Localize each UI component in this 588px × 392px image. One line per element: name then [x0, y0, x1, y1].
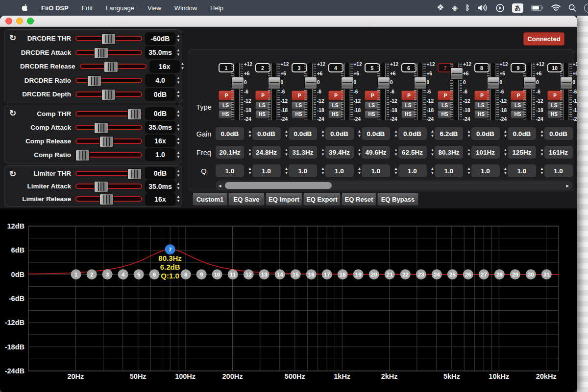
eq-point[interactable]: 6 — [149, 269, 160, 279]
fader-handle[interactable] — [231, 77, 244, 89]
filter-hs-button[interactable]: HS — [511, 110, 525, 118]
drcdre-release-stepper[interactable]: ▲▼ — [181, 62, 185, 70]
slider-handle[interactable] — [94, 47, 108, 59]
window-titlebar[interactable] — [0, 16, 577, 27]
band-10-freq-stepper[interactable]: ▲▼ — [576, 146, 578, 158]
band-6-gain-fader[interactable] — [414, 63, 426, 120]
filter-ls-button[interactable]: LS — [511, 101, 525, 110]
eq-point[interactable]: 16 — [306, 269, 317, 279]
filter-ls-button[interactable]: LS — [401, 101, 416, 110]
fader-handle[interactable] — [304, 77, 317, 89]
limiter-attack-stepper[interactable]: ▲▼ — [176, 182, 180, 190]
eq-point[interactable]: 26 — [463, 269, 473, 279]
slider-handle[interactable] — [127, 168, 142, 180]
band-3-gain-fader[interactable] — [304, 63, 316, 120]
eq-save-button[interactable]: EQ Save — [228, 193, 265, 206]
fader-handle[interactable] — [450, 68, 463, 80]
band-4-gain-fader[interactable] — [341, 63, 353, 120]
fader-handle[interactable] — [487, 77, 500, 89]
eq-point[interactable]: 27 — [479, 269, 489, 279]
eq-point-selected[interactable]: 7 — [165, 244, 175, 254]
eq-bands-scrollbar[interactable]: ◂ ▸ — [216, 181, 572, 190]
filter-ls-button[interactable]: LS — [438, 101, 452, 110]
comp-ratio-stepper[interactable]: ▲▼ — [176, 151, 180, 159]
eq-point[interactable]: 9 — [196, 269, 207, 279]
comp-ratio-slider[interactable] — [75, 150, 142, 160]
band-1-gain-value[interactable]: 0.0dB — [216, 127, 244, 140]
fader-handle[interactable] — [414, 77, 427, 89]
filter-hs-button[interactable]: HS — [219, 110, 233, 118]
fader-handle[interactable] — [341, 77, 354, 89]
slider-handle[interactable] — [94, 122, 108, 134]
comp-release-slider[interactable] — [75, 136, 142, 146]
band-6-q-value[interactable]: 1.0 — [398, 164, 427, 177]
scroll-left-icon[interactable]: ◂ — [219, 182, 221, 189]
zoom-button[interactable] — [27, 18, 34, 24]
filter-hs-button[interactable]: HS — [474, 110, 489, 118]
slider-handle[interactable] — [99, 194, 114, 205]
band-5-q-value[interactable]: 1.0 — [362, 164, 390, 177]
comp-release-stepper[interactable]: ▲▼ — [176, 137, 180, 145]
drcdre-thr-slider[interactable] — [75, 33, 142, 44]
eq-point[interactable]: 11 — [228, 269, 238, 279]
limiter-release-value[interactable]: 16x — [145, 193, 175, 206]
fader-handle[interactable] — [523, 77, 536, 89]
drcdre-release-value[interactable]: 16x — [149, 60, 180, 73]
limiter-release-stepper[interactable]: ▲▼ — [176, 195, 180, 203]
band-2-gain-value[interactable]: 0.0dB — [252, 127, 281, 140]
band-5-gain-value[interactable]: 0.0dB — [362, 127, 390, 140]
comp-attack-stepper[interactable]: ▲▼ — [176, 123, 180, 132]
drcdre-depth-value[interactable]: 0dB — [145, 88, 175, 101]
drcdre-ratio-stepper[interactable]: ▲▼ — [176, 76, 180, 85]
eq-point[interactable]: 12 — [244, 269, 254, 279]
eq-point[interactable]: 4 — [118, 269, 128, 279]
reset-icon[interactable]: ↻ — [9, 108, 16, 118]
comp-ratio-value[interactable]: 1.0 — [145, 148, 175, 161]
eq-import-button[interactable]: EQ Import — [266, 193, 302, 206]
band-8-gain-value[interactable]: 0.0dB — [471, 127, 500, 140]
minimize-button[interactable] — [16, 18, 23, 24]
connected-button[interactable]: Connected — [523, 32, 564, 46]
eq-response-chart[interactable]: 1234568910111213141516171819202122232425… — [0, 210, 577, 392]
filter-ls-button[interactable]: LS — [474, 101, 489, 110]
band-2-q-value[interactable]: 1.0 — [252, 164, 281, 177]
eq-point[interactable]: 29 — [510, 269, 520, 279]
menu-item-edit[interactable]: Edit — [82, 4, 93, 12]
wifi-icon[interactable] — [551, 4, 561, 11]
band-5-gain-fader[interactable] — [377, 63, 389, 120]
filter-ls-button[interactable]: LS — [219, 101, 233, 110]
eq-point[interactable]: 22 — [400, 269, 411, 279]
play-circle-icon[interactable] — [496, 4, 504, 12]
filter-ls-button[interactable]: LS — [547, 101, 562, 110]
band-9-gain-value[interactable]: 0.0dB — [508, 127, 536, 140]
limiter-thr-slider[interactable] — [75, 168, 142, 179]
filter-ls-button[interactable]: LS — [292, 101, 306, 110]
limiter-thr-stepper[interactable]: ▲▼ — [176, 169, 180, 178]
reset-icon[interactable]: ↻ — [9, 33, 16, 43]
band-9-freq-value[interactable]: 125Hz — [508, 146, 536, 159]
eq-point[interactable]: 3 — [102, 269, 113, 279]
filter-hs-button[interactable]: HS — [292, 110, 306, 118]
comp-attack-slider[interactable] — [75, 122, 142, 133]
comp-thr-stepper[interactable]: ▲▼ — [176, 110, 180, 118]
slider-handle[interactable] — [94, 181, 108, 192]
band-9-gain-fader[interactable] — [523, 63, 535, 120]
band-10-gain-fader[interactable] — [560, 63, 572, 120]
slider-handle[interactable] — [75, 150, 90, 161]
eq-point[interactable]: 2 — [87, 269, 97, 279]
filter-ls-button[interactable]: LS — [328, 101, 343, 110]
band-1-q-value[interactable]: 1.0 — [216, 164, 244, 177]
filter-ls-button[interactable]: LS — [255, 101, 270, 110]
drcdre-thr-value[interactable]: -60dB — [145, 32, 175, 45]
battery-icon[interactable] — [531, 5, 543, 11]
limiter-thr-value[interactable]: 0dB — [145, 167, 175, 180]
band-4-gain-value[interactable]: 0.0dB — [325, 127, 354, 140]
slider-handle[interactable] — [104, 61, 118, 72]
band-5-freq-value[interactable]: 49.6Hz — [362, 146, 390, 159]
band-8-gain-fader[interactable] — [487, 63, 499, 120]
filter-hs-button[interactable]: HS — [547, 110, 562, 118]
bluetooth-icon[interactable]: ᛒ — [466, 4, 470, 12]
band-10-q-stepper[interactable]: ▲▼ — [576, 165, 578, 177]
eq-point[interactable]: 8 — [181, 269, 191, 279]
dropbox-icon[interactable]: ❖ — [437, 4, 444, 12]
